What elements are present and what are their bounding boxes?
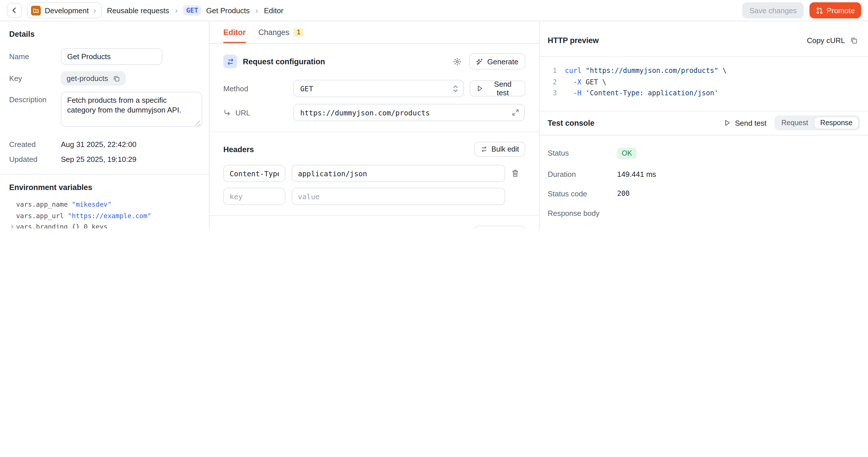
tab-editor[interactable]: Editor	[223, 21, 246, 43]
method-select[interactable]: GET	[293, 80, 464, 97]
duration-label: Duration	[548, 170, 617, 178]
request-configuration-section: Request configuration Generate Method	[210, 43, 539, 132]
expand-icon[interactable]	[512, 109, 519, 116]
save-changes-button[interactable]: Save changes	[743, 2, 804, 19]
top-bar: Development › Reusable requests › GET Ge…	[0, 0, 868, 21]
params-bulk-edit-button[interactable]: Bulk edit	[474, 225, 525, 228]
toggle-response[interactable]: Response	[814, 117, 859, 129]
copy-icon[interactable]	[113, 75, 120, 82]
headers-title: Headers	[223, 145, 254, 154]
details-section: Details Name Key get-products Descriptio…	[0, 21, 209, 175]
created-row: Created Aug 31 2025, 22:42:00	[9, 140, 200, 149]
tab-changes[interactable]: Changes 1	[258, 21, 304, 43]
updated-row: Updated Sep 25 2025, 19:10:29	[9, 155, 200, 164]
http-preview-panel: HTTP preview Copy cURL 1curl "https://du…	[539, 21, 868, 228]
topbar-actions: Save changes Promote	[743, 2, 861, 19]
chevron-left-icon	[11, 7, 17, 13]
header-value-input[interactable]	[291, 165, 505, 182]
test-console-fields: Status OK Duration 149.441 ms Status cod…	[539, 135, 868, 226]
details-sidebar: Details Name Key get-products Descriptio…	[0, 21, 210, 228]
headers-bulk-edit-button[interactable]: Bulk edit	[474, 142, 525, 157]
name-row: Name	[9, 48, 200, 65]
toggle-request[interactable]: Request	[776, 117, 814, 129]
editor-tabs: Editor Changes 1	[210, 21, 539, 43]
response-code-line: 1{	[546, 227, 859, 228]
environment-variables-section: Environment variables vars.app_name"mike…	[0, 175, 209, 228]
description-row: Description Fetch products from a specif…	[9, 92, 200, 129]
method-row: Method GET Send test	[223, 80, 525, 97]
header-key-input[interactable]	[223, 165, 285, 182]
updated-label: Updated	[9, 155, 61, 164]
url-row: URL https://dummyjson.com/products	[223, 104, 525, 121]
response-body-label: Response body	[548, 209, 617, 217]
test-console-title: Test console	[548, 119, 594, 127]
response-body-code-block: 1{2 "limit": 30,3 "products": [4 {5 "ava…	[539, 226, 868, 228]
delete-header-icon[interactable]	[512, 170, 519, 177]
header-value-input[interactable]	[291, 188, 505, 205]
breadcrumb-reusable-requests[interactable]: Reusable requests	[107, 6, 169, 14]
header-row	[223, 165, 525, 182]
key-badge: get-products	[61, 71, 126, 86]
method-label: Method	[223, 84, 293, 93]
key-label: Key	[9, 74, 61, 83]
console-send-test-button[interactable]: Send test	[724, 119, 766, 127]
copy-curl-button[interactable]: Copy cURL	[807, 36, 858, 45]
git-branch-icon	[816, 7, 823, 14]
params-section: Params Bulk edit	[210, 216, 539, 228]
breadcrumb-request-name[interactable]: Get Products	[206, 6, 250, 14]
duration-row: Duration 149.441 ms	[548, 170, 860, 178]
created-label: Created	[9, 140, 61, 149]
curl-code-line: 1curl "https://dummyjson.com/products" \	[546, 65, 859, 77]
code-text: curl "https://dummyjson.com/products" \	[565, 65, 727, 77]
header-key-input[interactable]	[223, 188, 285, 205]
chevron-right-icon: ›	[255, 6, 259, 15]
request-response-toggle: Request Response	[774, 115, 860, 130]
description-label: Description	[9, 92, 61, 129]
copy-icon	[850, 37, 858, 44]
curl-code-line: 2 -X GET \	[546, 77, 859, 88]
promote-button[interactable]: Promote	[809, 2, 861, 19]
headers-section: Headers Bulk edit	[210, 132, 539, 216]
url-input[interactable]: https://dummyjson.com/products	[293, 104, 525, 121]
curl-code-line: 3 -H 'Content-Type: application/json'	[546, 88, 859, 99]
response-body-row: Response body	[548, 209, 860, 217]
play-icon	[476, 85, 484, 92]
bulk-edit-icon	[480, 146, 487, 153]
corner-down-right-icon	[223, 109, 231, 116]
code-text: -H 'Content-Type: application/json'	[565, 88, 718, 99]
chevron-right-icon: ›	[174, 6, 178, 15]
variable-key: vars.app_url	[16, 210, 64, 222]
line-number: 2	[546, 77, 557, 88]
generate-button[interactable]: Generate	[469, 53, 525, 69]
line-number: 1	[546, 227, 557, 228]
send-test-button[interactable]: Send test	[470, 80, 525, 96]
back-button[interactable]	[7, 3, 22, 18]
variable-value: "https://example.com"	[68, 210, 151, 222]
status-badge: OK	[617, 147, 637, 159]
description-textarea[interactable]: Fetch products from a specific category …	[61, 92, 202, 127]
name-label: Name	[9, 52, 61, 61]
swap-arrows-icon	[223, 55, 237, 68]
variable-value: {} 0 keys	[72, 222, 107, 228]
line-number: 1	[546, 65, 557, 77]
gear-icon[interactable]	[453, 57, 462, 66]
created-value: Aug 31 2025, 22:42:00	[61, 140, 136, 149]
name-input[interactable]	[61, 48, 162, 65]
environment-variables-title: Environment variables	[9, 183, 200, 192]
curl-code-block: 1curl "https://dummyjson.com/products" \…	[539, 57, 868, 111]
env-var-row: ›vars.branding{} 0 keys	[9, 222, 200, 228]
variable-value: "mikesdev"	[72, 199, 112, 210]
expand-chevron-icon[interactable]: ›	[10, 222, 14, 228]
method-badge: GET	[183, 5, 201, 16]
key-row: Key get-products	[9, 71, 200, 86]
chevron-updown-icon	[453, 85, 458, 92]
app-window: Development › Reusable requests › GET Ge…	[0, 0, 868, 228]
status-code-row: Status code 200	[548, 189, 860, 198]
updated-value: Sep 25 2025, 19:10:29	[61, 155, 136, 164]
project-switcher[interactable]: Development ›	[27, 2, 102, 19]
main-layout: Details Name Key get-products Descriptio…	[0, 21, 868, 228]
env-var-row: vars.app_url"https://example.com"	[9, 210, 200, 222]
variable-key: vars.app_name	[16, 199, 68, 210]
breadcrumb-editor: Editor	[264, 6, 283, 14]
sparkle-icon	[476, 58, 484, 65]
